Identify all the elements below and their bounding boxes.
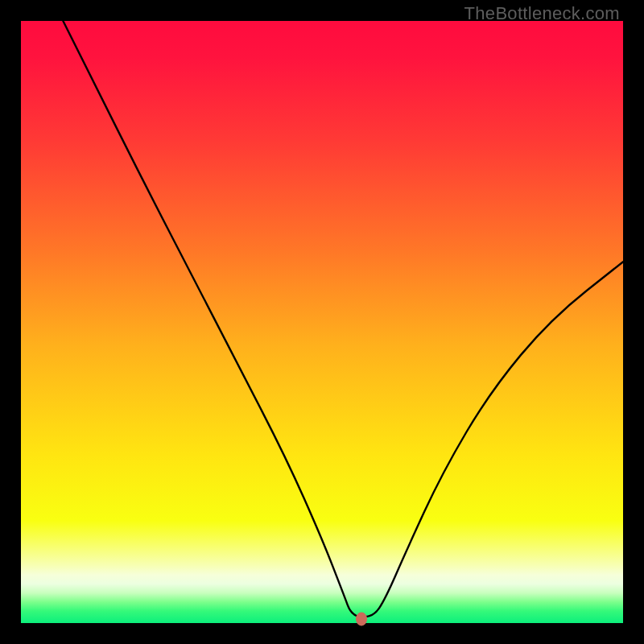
optimal-point-marker xyxy=(356,612,367,625)
chart-plot-area xyxy=(21,21,623,623)
bottleneck-curve xyxy=(21,21,623,623)
chart-frame: TheBottleneck.com xyxy=(0,0,644,644)
watermark-text: TheBottleneck.com xyxy=(464,3,620,24)
